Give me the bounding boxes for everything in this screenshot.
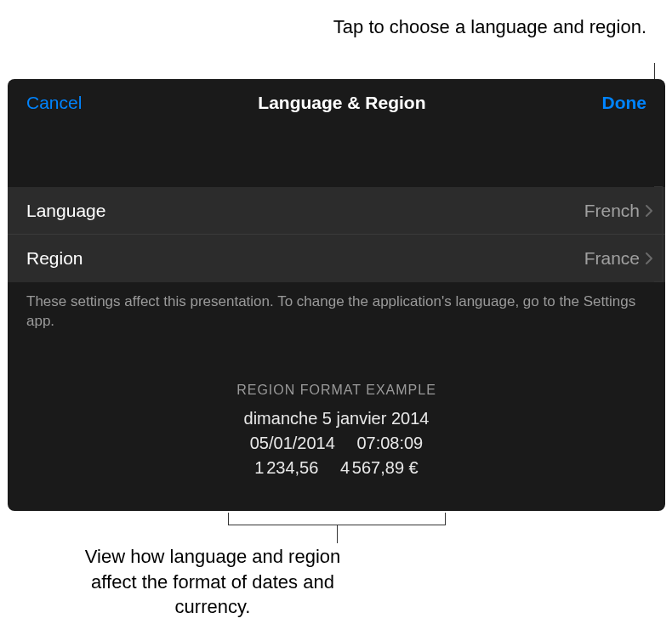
callout-line-top [654,63,655,79]
footer-note: These settings affect this presentation.… [8,282,665,342]
callout-bracket-top [654,186,663,282]
example-header: REGION FORMAT EXAMPLE [8,383,665,398]
done-button[interactable]: Done [602,93,647,113]
cancel-button[interactable]: Cancel [26,93,82,113]
example-date-time: 05/01/2014 07:08:09 [8,431,665,456]
settings-panel: Cancel Language & Region Done Language F… [8,79,665,511]
language-label: Language [26,201,105,221]
example-date-long: dimanche 5 janvier 2014 [8,406,665,431]
region-format-example: REGION FORMAT EXAMPLE dimanche 5 janvier… [8,383,665,480]
callout-bracket-bottom-stem [337,525,338,543]
language-value: French [584,201,640,221]
example-numbers: 1 234,56 4 567,89 € [8,456,665,480]
region-row[interactable]: Region France [8,235,665,282]
settings-rows: Language French Region France [8,187,665,282]
panel-header: Cancel Language & Region Done [8,79,665,126]
panel-title: Language & Region [258,93,425,113]
language-row[interactable]: Language French [8,187,665,235]
region-label: Region [26,248,83,269]
chevron-right-icon [645,252,653,265]
callout-bracket-bottom [228,513,446,525]
region-value: France [584,248,640,269]
chevron-right-icon [645,204,653,218]
callout-top: Tap to choose a language and region. [333,15,646,40]
callout-bottom: View how language and region affect the … [68,544,357,620]
region-value-wrap: France [584,248,653,269]
language-value-wrap: French [584,201,653,221]
